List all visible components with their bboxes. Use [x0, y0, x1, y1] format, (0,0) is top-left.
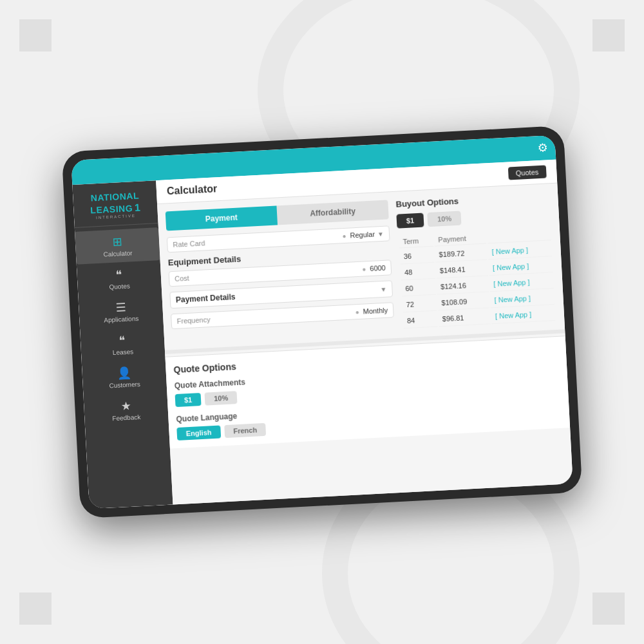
quote-options-section: Quote Options Quote Attachments $1 10% Q…: [165, 336, 570, 448]
cell-payment: $148.41: [435, 261, 488, 278]
cell-payment: $124.16: [437, 277, 489, 294]
logo-number: 1: [135, 202, 141, 213]
col-action: [487, 228, 551, 243]
sidebar-item-leases-label: Leases: [113, 348, 134, 356]
corner-decoration-tl: [19, 19, 52, 52]
sidebar-item-calculator-label: Calculator: [103, 249, 133, 258]
logo-text: NATIONAL LEASING 1: [78, 190, 153, 217]
frequency-dot: ●: [355, 308, 359, 315]
cost-label: Cost: [175, 265, 359, 283]
sidebar-item-leases[interactable]: ❝ Leases: [80, 326, 165, 363]
leases-icon: ❝: [118, 333, 126, 347]
payment-details-label: Payment Details: [176, 285, 381, 305]
feedback-icon: ★: [120, 399, 131, 413]
lang-btn-english[interactable]: English: [176, 425, 221, 440]
cell-payment: $96.81: [438, 309, 490, 327]
rate-card-arrow: ▼: [377, 230, 384, 238]
content-area: Calculator Quotes Payment Affordability: [156, 160, 573, 505]
customers-icon: 👤: [117, 366, 131, 381]
frequency-label: Frequency: [176, 308, 352, 325]
new-app-link[interactable]: [ New App ]: [491, 306, 555, 324]
cell-payment: $108.09: [437, 293, 489, 310]
buyout-options: Buyout Options $1 10% Term Payment: [395, 191, 556, 330]
calculator-icon: ⊞: [112, 234, 122, 249]
page-title: Calculator: [167, 183, 218, 197]
corner-decoration-br: [592, 592, 625, 625]
sidebar-item-applications[interactable]: ☰ Applications: [78, 293, 163, 330]
corner-decoration-bl: [19, 592, 52, 625]
sidebar: NATIONAL LEASING 1 INTERACTIVE ⊞ Calcula…: [72, 180, 173, 509]
cost-dot: ●: [362, 265, 366, 272]
rate-card-label: Rate Card: [173, 232, 339, 248]
applications-icon: ☰: [115, 300, 126, 315]
tablet-screen: ⚙ NATIONAL LEASING 1 INTERACTIVE ⊞ Calcu…: [71, 135, 573, 509]
cell-payment: $189.72: [435, 245, 487, 262]
calculator-section: Payment Affordability Rate Card ● Regula…: [157, 184, 565, 350]
tab-affordability[interactable]: Affordability: [276, 200, 388, 225]
sidebar-item-feedback-label: Feedback: [112, 413, 140, 422]
settings-icon[interactable]: ⚙: [537, 140, 548, 155]
logo-name: NATIONAL LEASING: [90, 191, 139, 216]
cell-term: 84: [403, 312, 438, 329]
frequency-value: Monthly: [363, 307, 388, 316]
new-app-link[interactable]: [ New App ]: [488, 242, 552, 260]
sidebar-item-customers-label: Customers: [109, 381, 140, 390]
sidebar-item-calculator[interactable]: ⊞ Calculator: [75, 227, 160, 265]
cell-term: 36: [399, 248, 434, 265]
sidebar-item-applications-label: Applications: [104, 315, 138, 324]
cell-term: 72: [402, 296, 437, 313]
rate-card-value: Regular: [350, 231, 375, 240]
calculator-tabs: Payment Affordability: [166, 200, 389, 231]
attachment-btn-percent[interactable]: 10%: [205, 391, 238, 406]
sidebar-item-feedback[interactable]: ★ Feedback: [83, 392, 168, 429]
tab-payment[interactable]: Payment: [166, 205, 278, 231]
lang-btn-french[interactable]: French: [224, 423, 267, 438]
buyout-btn-percent[interactable]: 10%: [428, 211, 462, 227]
tablet-device: ⚙ NATIONAL LEASING 1 INTERACTIVE ⊞ Calcu…: [62, 126, 583, 518]
cell-term: 60: [401, 280, 436, 297]
attachment-btn-dollar[interactable]: $1: [175, 393, 202, 407]
sidebar-item-customers[interactable]: 👤 Customers: [82, 359, 167, 396]
buyout-toggle: $1 10%: [396, 206, 551, 229]
cell-term: 48: [401, 264, 435, 281]
new-app-link[interactable]: [ New App ]: [488, 258, 553, 276]
quotes-button[interactable]: Quotes: [507, 165, 546, 180]
main-layout: NATIONAL LEASING 1 INTERACTIVE ⊞ Calcula…: [72, 160, 573, 509]
payment-table: Term Payment 36 $189.72 [ New App ] 48 $…: [397, 227, 556, 330]
sidebar-item-quotes-label: Quotes: [109, 283, 130, 291]
calculator-left: Payment Affordability Rate Card ● Regula…: [166, 200, 395, 342]
sidebar-item-quotes[interactable]: ❝ Quotes: [77, 260, 162, 298]
cost-value: 6000: [370, 264, 386, 272]
rate-card-dot: ●: [342, 232, 346, 239]
buyout-title: Buyout Options: [395, 191, 550, 209]
new-app-link[interactable]: [ New App ]: [489, 274, 554, 292]
new-app-link[interactable]: [ New App ]: [490, 290, 554, 308]
payment-details-arrow: ▼: [380, 285, 386, 293]
buyout-btn-dollar[interactable]: $1: [396, 213, 424, 229]
col-term: Term: [399, 234, 433, 249]
col-payment: Payment: [434, 232, 486, 247]
quotes-icon: ❝: [115, 267, 122, 281]
logo-area: NATIONAL LEASING 1 INTERACTIVE: [73, 185, 158, 228]
corner-decoration-tr: [592, 19, 625, 52]
